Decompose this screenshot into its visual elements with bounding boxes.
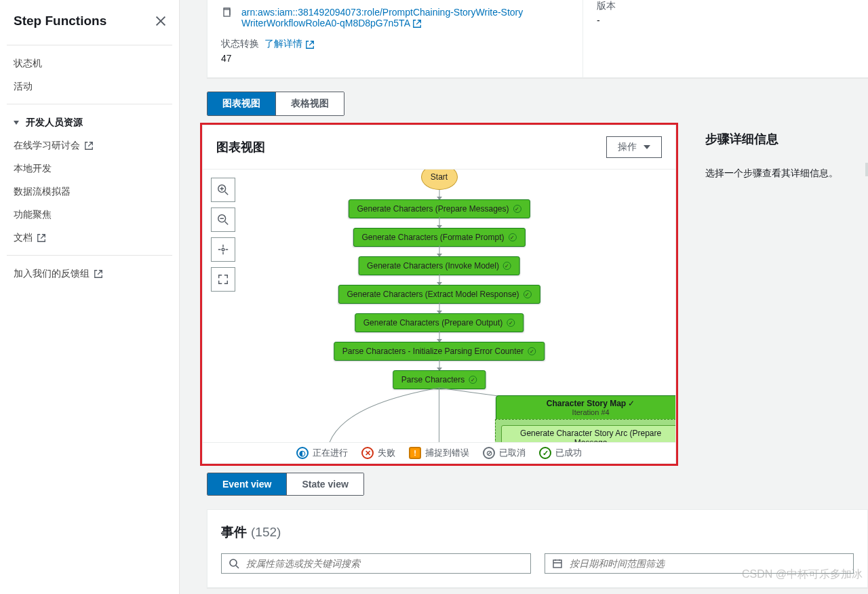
events-card: 事件(152)	[207, 509, 868, 588]
node-start[interactable]: Start	[421, 169, 458, 190]
sidebar-item-focus[interactable]: 功能聚焦	[0, 203, 179, 226]
view-tabs: 图表视图 表格视图	[207, 92, 344, 116]
external-link-icon	[84, 141, 94, 151]
node-map[interactable]: Character Story Map ✓Iteration #4 Genera…	[496, 395, 675, 442]
execution-detail-card: arn:aws:iam::381492094073:role/PromptCha…	[207, 0, 868, 78]
tab-table-view[interactable]: 表格视图	[275, 92, 344, 115]
highlighted-region: 图表视图 操作 Start Generate Characters (Prepa…	[200, 123, 678, 466]
events-date-input[interactable]	[570, 558, 847, 569]
vertical-splitter[interactable]	[865, 163, 868, 176]
sidebar-item-docs[interactable]: 文档	[0, 226, 179, 250]
tab-state-view[interactable]: State view	[286, 473, 363, 495]
fullscreen-button[interactable]	[211, 267, 235, 292]
check-icon: ✓	[513, 205, 521, 213]
sidebar-item-localdev[interactable]: 本地开发	[0, 157, 179, 180]
node-step[interactable]: Generate Characters (Formate Prompt)✓	[353, 228, 525, 247]
sidebar-item-dataflow[interactable]: 数据流模拟器	[0, 180, 179, 203]
step-detail-hint: 选择一个步骤查看其详细信息。	[705, 167, 857, 180]
graph-canvas[interactable]: Start Generate Characters (Prepare Messa…	[203, 169, 675, 442]
check-icon: ✓	[503, 262, 511, 270]
sidebar-item-label: 功能聚焦	[14, 209, 52, 221]
legend: ◐正在进行 ✕失败 !捕捉到错误 ⊘已取消 ✓已成功	[203, 442, 675, 463]
sidebar-item-label: 状态机	[14, 58, 42, 70]
sidebar-item-label: 文档	[14, 232, 33, 244]
map-iteration: Iteration #4	[502, 408, 675, 416]
divider	[7, 255, 172, 256]
version-label: 版本	[597, 0, 854, 12]
cancel-icon: ⊘	[483, 447, 495, 459]
svg-rect-5	[553, 560, 561, 568]
sidebar-item-statemachines[interactable]: 状态机	[0, 52, 179, 75]
legend-label: 已取消	[499, 447, 526, 459]
node-step[interactable]: Parse Characters✓	[393, 370, 486, 389]
calendar-icon	[552, 558, 563, 569]
tab-event-view[interactable]: Event view	[208, 473, 286, 495]
svg-rect-0	[224, 9, 230, 16]
svg-point-3	[222, 248, 224, 251]
copy-icon[interactable]	[221, 7, 232, 18]
progress-icon: ◐	[296, 447, 309, 459]
sidebar-section-dev[interactable]: 开发人员资源	[0, 111, 179, 134]
version-value: -	[597, 15, 854, 26]
divider	[7, 45, 172, 45]
service-title: Step Functions	[14, 14, 106, 28]
node-step[interactable]: Generate Characters (Prepare Messages)✓	[348, 199, 530, 218]
node-step[interactable]: Generate Characters (Invoke Model)✓	[358, 256, 520, 275]
sidebar-item-label: 本地开发	[14, 163, 52, 175]
check-icon: ✓	[528, 347, 536, 355]
main-content: arn:aws:iam::381492094073:role/PromptCha…	[180, 0, 868, 594]
sidebar-item-workshop[interactable]: 在线学习研讨会	[0, 134, 179, 157]
events-search-input[interactable]	[246, 558, 524, 569]
check-icon: ✓	[628, 399, 635, 408]
search-icon	[229, 558, 239, 569]
svg-point-4	[230, 559, 237, 566]
sidebar-section-label: 开发人员资源	[26, 117, 83, 129]
map-title: Character Story Map	[547, 399, 626, 408]
sidebar-item-label: 活动	[14, 81, 33, 93]
zoom-in-button[interactable]	[211, 178, 235, 202]
chevron-down-icon	[14, 121, 19, 125]
center-button[interactable]	[211, 237, 235, 262]
external-link-icon	[412, 19, 422, 28]
transitions-label: 状态转换 了解详情	[221, 38, 569, 50]
transitions-value: 47	[221, 53, 569, 64]
sidebar-item-feedback[interactable]: 加入我们的反馈组	[0, 262, 179, 285]
event-tabs: Event view State view	[207, 473, 364, 496]
tab-graph-view[interactable]: 图表视图	[208, 92, 275, 115]
sidebar-item-label: 加入我们的反馈组	[14, 268, 90, 280]
divider	[7, 104, 172, 104]
legend-label: 已成功	[555, 447, 582, 459]
chevron-down-icon	[644, 145, 650, 149]
events-date-box[interactable]	[545, 553, 854, 574]
events-search-box[interactable]	[221, 553, 531, 574]
node-step[interactable]: Generate Characters (Extract Model Respo…	[338, 285, 540, 304]
actions-button[interactable]: 操作	[606, 136, 662, 158]
iam-role-link[interactable]: arn:aws:iam::381492094073:role/PromptCha…	[241, 7, 526, 28]
graph-panel: 图表视图 操作 Start Generate Characters (Prepa…	[202, 125, 676, 464]
close-icon[interactable]	[155, 15, 167, 27]
check-icon: ✓	[507, 319, 515, 327]
sidebar: Step Functions 状态机 活动 开发人员资源 在线学习研讨会 本地开…	[0, 0, 180, 594]
check-icon: ✓	[469, 376, 477, 384]
legend-label: 捕捉到错误	[425, 447, 469, 459]
zoom-out-button[interactable]	[211, 207, 235, 232]
node-map-child[interactable]: Generate Character Story Arc (Prepare Me…	[501, 425, 675, 442]
node-step[interactable]: Generate Characters (Prepare Output)✓	[355, 313, 524, 332]
sidebar-item-label: 在线学习研讨会	[14, 140, 80, 152]
external-link-icon	[37, 233, 46, 243]
events-title: 事件(152)	[221, 523, 854, 541]
external-link-icon	[305, 40, 315, 50]
learn-more-link[interactable]: 了解详情	[264, 38, 315, 49]
check-icon: ✓	[524, 290, 532, 298]
node-step[interactable]: Parse Characters - Initialize Parsing Er…	[334, 342, 545, 361]
arn-text: arn:aws:iam::381492094073:role/PromptCha…	[241, 7, 523, 28]
step-detail-panel: 步骤详细信息 选择一个步骤查看其详细信息。	[692, 116, 868, 473]
sidebar-item-activities[interactable]: 活动	[0, 75, 179, 98]
legend-label: 失败	[378, 447, 395, 459]
error-icon: ✕	[361, 447, 374, 459]
events-count: (152)	[251, 525, 281, 540]
step-detail-title: 步骤详细信息	[705, 131, 857, 147]
sidebar-item-label: 数据流模拟器	[14, 186, 71, 198]
check-icon: ✓	[509, 233, 517, 241]
legend-label: 正在进行	[313, 447, 348, 459]
